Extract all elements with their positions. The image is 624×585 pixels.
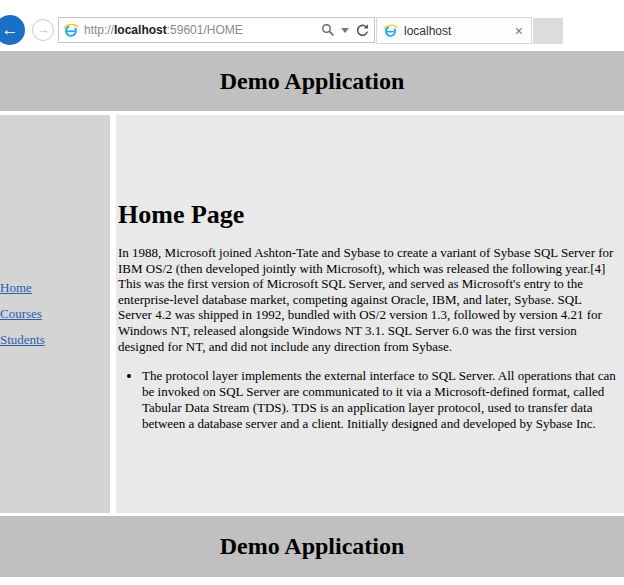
url-text: http://localhost:59601/HOME xyxy=(84,23,321,37)
app-title: Demo Application xyxy=(0,51,624,111)
forward-arrow-icon: → xyxy=(37,22,50,37)
ie-logo-icon xyxy=(63,22,79,38)
footer-app-title: Demo Application xyxy=(0,516,624,577)
list-item: The protocol layer implements the extern… xyxy=(142,368,616,432)
url-path: :59601/HOME xyxy=(167,23,243,37)
chevron-down-icon[interactable] xyxy=(341,28,349,33)
sidebar-link-home[interactable]: Home xyxy=(0,280,110,296)
address-bar[interactable]: http://localhost:59601/HOME xyxy=(58,17,375,43)
url-scheme: http:// xyxy=(84,23,114,37)
browser-chrome: ← → http://localhost:59601/HOME xyxy=(0,0,624,45)
back-button[interactable]: ← xyxy=(0,15,25,45)
sidebar-link-students[interactable]: Students xyxy=(0,332,110,348)
bullet-list: The protocol layer implements the extern… xyxy=(118,368,616,432)
page-layout: Home Courses Students Home Page In 1988,… xyxy=(0,115,624,513)
tab-favicon-ie-icon xyxy=(383,23,398,38)
page-title: Home Page xyxy=(118,200,616,230)
url-host: localhost xyxy=(114,23,167,37)
search-icon[interactable] xyxy=(321,23,335,37)
tab-title: localhost xyxy=(404,24,513,38)
back-arrow-icon: ← xyxy=(2,20,19,39)
tab-close-icon[interactable]: × xyxy=(513,24,525,38)
header-banner: Demo Application xyxy=(0,51,624,111)
browser-tab-localhost[interactable]: localhost × xyxy=(376,17,532,44)
sidebar: Home Courses Students xyxy=(0,115,110,513)
forward-button[interactable]: → xyxy=(32,19,54,41)
main-content: Home Page In 1988, Microsoft joined Asht… xyxy=(116,115,624,513)
footer-banner: Demo Application xyxy=(0,516,624,577)
intro-paragraph: In 1988, Microsoft joined Ashton-Tate an… xyxy=(118,245,616,354)
address-bar-tools xyxy=(321,23,370,38)
refresh-icon[interactable] xyxy=(355,23,370,38)
sidebar-link-courses[interactable]: Courses xyxy=(0,306,110,322)
new-tab-button[interactable] xyxy=(533,18,563,44)
